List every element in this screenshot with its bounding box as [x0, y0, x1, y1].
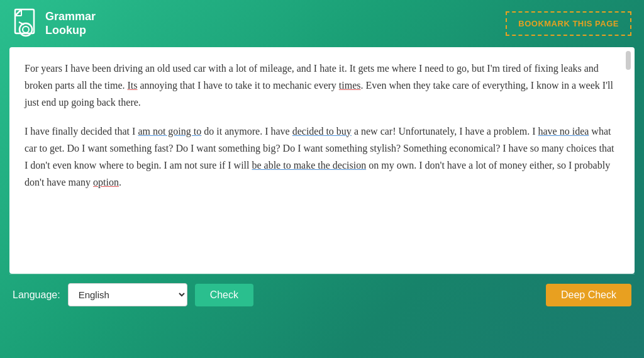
phrase-be-able-to-make: be able to make the decision — [252, 160, 366, 171]
footer: Language: English Spanish French German … — [0, 274, 644, 315]
error-word-option: option — [93, 177, 119, 187]
phrase-have-no-idea: have no idea — [538, 126, 589, 137]
text-editor[interactable]: For years I have been driving an old use… — [9, 47, 635, 274]
logo-container: Grammar Lookup — [13, 8, 96, 40]
header: Grammar Lookup BOOKMARK THIS PAGE — [0, 0, 644, 47]
phrase-am-not-going-to: am not going to — [138, 126, 201, 137]
check-button[interactable]: Check — [195, 284, 253, 306]
language-select[interactable]: English Spanish French German Italian Po… — [68, 283, 187, 306]
scrollbar[interactable] — [626, 51, 631, 70]
footer-left: Language: English Spanish French German … — [13, 283, 253, 306]
logo-icon — [13, 8, 39, 40]
phrase-decided-to-buy: decided to buy — [292, 126, 352, 137]
error-word-times: times — [339, 80, 361, 91]
deep-check-button[interactable]: Deep Check — [546, 284, 631, 306]
paragraph-1: For years I have been driving an old use… — [25, 60, 619, 111]
logo-text: Grammar Lookup — [45, 10, 96, 37]
language-label: Language: — [13, 289, 60, 301]
error-word-its: Its — [128, 80, 138, 91]
bookmark-button[interactable]: BOOKMARK THIS PAGE — [506, 11, 631, 36]
svg-line-1 — [15, 9, 21, 16]
paragraph-2: I have finally decided that I am not goi… — [25, 123, 619, 191]
svg-point-4 — [23, 26, 29, 33]
